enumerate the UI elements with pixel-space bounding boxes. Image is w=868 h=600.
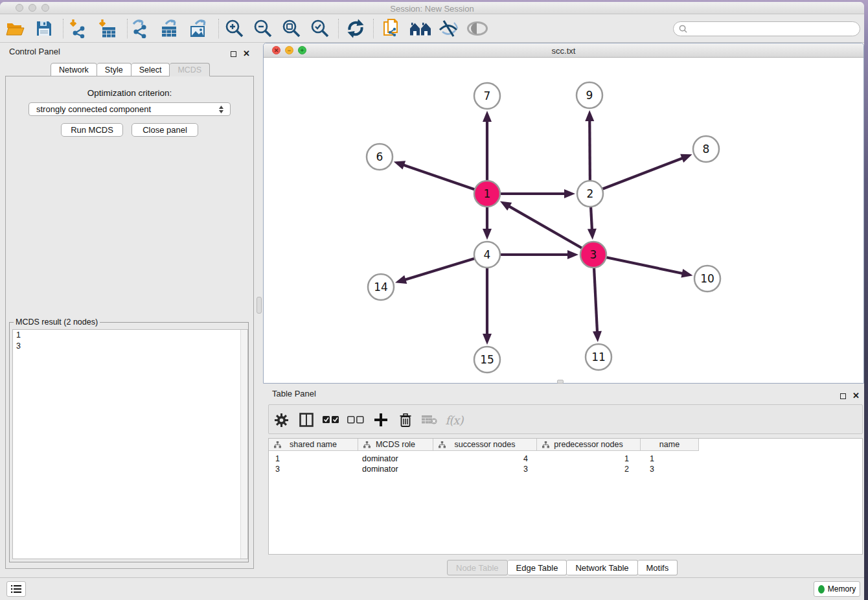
shared-column-icon	[363, 441, 371, 448]
float-icon	[231, 51, 236, 57]
arrowhead	[588, 229, 597, 240]
export-image-icon	[188, 19, 209, 38]
save-icon	[36, 20, 52, 37]
duplicate-network-button[interactable]	[380, 17, 404, 40]
tab-network-table[interactable]: Network Table	[567, 560, 637, 575]
edge-2-8[interactable]	[590, 158, 683, 194]
function-builder-button[interactable]: f(x)	[442, 405, 466, 435]
table-panel-close-button[interactable]: ✕	[852, 392, 860, 400]
network-window-titlebar[interactable]: ✕ − + scc.txt	[264, 43, 863, 58]
zoom-out-button[interactable]	[251, 17, 275, 40]
zoom-selected-button[interactable]	[308, 17, 332, 40]
export-network-button[interactable]	[130, 17, 153, 40]
memory-label: Memory	[828, 584, 856, 594]
mcds-result-group: MCDS result (2 nodes) 13	[9, 322, 249, 562]
delete-table-icon	[422, 415, 437, 424]
arrowhead	[593, 331, 602, 342]
arrowhead	[680, 154, 692, 163]
duplicate-network-icon	[382, 18, 402, 39]
refresh-button[interactable]	[344, 17, 367, 40]
close-panel-button[interactable]: Close panel	[131, 123, 198, 137]
import-network-button[interactable]	[66, 17, 89, 40]
result-scrollbar[interactable]	[240, 330, 247, 559]
node-label-7: 7	[484, 89, 491, 102]
horizontal-splitter-handle[interactable]	[557, 380, 564, 384]
column-header-successor-nodes[interactable]: successor nodes	[433, 439, 537, 451]
cell-predecessor-nodes: 2	[537, 464, 641, 474]
status-bar	[0, 577, 864, 600]
home-icon	[409, 20, 431, 37]
node-label-1: 1	[484, 187, 491, 200]
delete-column-button[interactable]	[396, 405, 415, 435]
refresh-icon	[346, 19, 365, 38]
cell-successor-nodes: 3	[433, 464, 537, 474]
result-line: 3	[13, 341, 247, 352]
tab-mcds[interactable]: MCDS	[170, 63, 210, 76]
select-all-button[interactable]	[321, 405, 341, 435]
cell-successor-nodes: 4	[433, 454, 537, 464]
table-row[interactable]: 3dominator323	[269, 464, 699, 474]
table-header: shared nameMCDS rolesuccessor nodesprede…	[269, 439, 699, 451]
vertical-splitter-handle[interactable]	[257, 297, 262, 314]
shared-column-icon	[439, 441, 446, 448]
show-hide-graphics-button[interactable]	[437, 17, 460, 40]
export-image-button[interactable]	[187, 17, 210, 40]
cell-predecessor-nodes: 1	[537, 454, 641, 464]
arrowhead	[483, 111, 492, 122]
export-table-icon	[159, 19, 180, 38]
network-graph[interactable]: 7968124314101511	[264, 58, 864, 384]
eye-button[interactable]	[466, 17, 489, 40]
column-header-name[interactable]: name	[641, 439, 699, 451]
export-table-button[interactable]	[158, 17, 181, 40]
table-settings-button[interactable]	[271, 405, 291, 435]
control-panel-close-button[interactable]: ✕	[243, 50, 250, 58]
task-history-button[interactable]	[6, 581, 26, 597]
tab-network[interactable]: Network	[51, 63, 97, 76]
show-columns-button[interactable]	[297, 405, 316, 435]
dropdown-value: strongly connected component	[36, 104, 151, 114]
deselect-all-button[interactable]	[345, 405, 366, 435]
mcds-result-list[interactable]: 13	[12, 329, 248, 559]
optimization-dropdown[interactable]: strongly connected component	[29, 102, 231, 116]
edge-3-1[interactable]	[508, 206, 593, 255]
control-tabs: NetworkStyleSelectMCDS	[51, 63, 210, 76]
shared-column-icon	[274, 441, 281, 448]
search-input[interactable]	[690, 25, 860, 34]
run-mcds-button[interactable]: Run MCDS	[61, 123, 123, 137]
node-label-14: 14	[374, 281, 388, 294]
checked-boxes-icon	[323, 416, 339, 424]
table-panel-float-button[interactable]	[840, 390, 846, 402]
tab-node-table[interactable]: Node Table	[447, 560, 508, 575]
dropdown-stepper-icon	[219, 106, 223, 113]
tab-select[interactable]: Select	[131, 63, 170, 76]
zoom-fit-button[interactable]	[280, 17, 303, 40]
zoom-out-icon	[253, 19, 273, 38]
shared-column-icon	[542, 441, 549, 448]
table-row[interactable]: 1dominator411	[269, 454, 699, 464]
control-panel-float-button[interactable]	[231, 48, 236, 60]
arrowhead	[483, 334, 492, 345]
save-session-button[interactable]	[32, 17, 56, 40]
open-file-button[interactable]	[4, 17, 27, 40]
column-header-mcds-role[interactable]: MCDS role	[358, 439, 433, 451]
node-table: shared nameMCDS rolesuccessor nodesprede…	[268, 438, 863, 555]
unchecked-boxes-icon	[347, 416, 364, 424]
create-column-button[interactable]	[371, 405, 391, 435]
memory-button[interactable]: Memory	[814, 581, 860, 597]
arrowhead	[394, 161, 405, 169]
column-header-predecessor-nodes[interactable]: predecessor nodes	[537, 439, 641, 451]
import-table-button[interactable]	[95, 17, 119, 40]
list-icon	[11, 584, 21, 594]
tab-style[interactable]: Style	[97, 63, 131, 76]
zoom-in-button[interactable]	[223, 17, 246, 40]
delete-table-button[interactable]	[419, 405, 440, 435]
search-box[interactable]	[673, 21, 860, 36]
edge-3-10[interactable]	[593, 255, 683, 273]
tab-edge-table[interactable]: Edge Table	[508, 560, 567, 575]
first-neighbors-button[interactable]	[409, 17, 432, 40]
mcds-result-title: MCDS result (2 nodes)	[14, 317, 100, 327]
column-header-shared-name[interactable]: shared name	[269, 439, 358, 451]
tab-motifs[interactable]: Motifs	[638, 560, 678, 575]
table-toolbar: f(x)	[268, 404, 863, 434]
main-toolbar	[0, 14, 864, 43]
